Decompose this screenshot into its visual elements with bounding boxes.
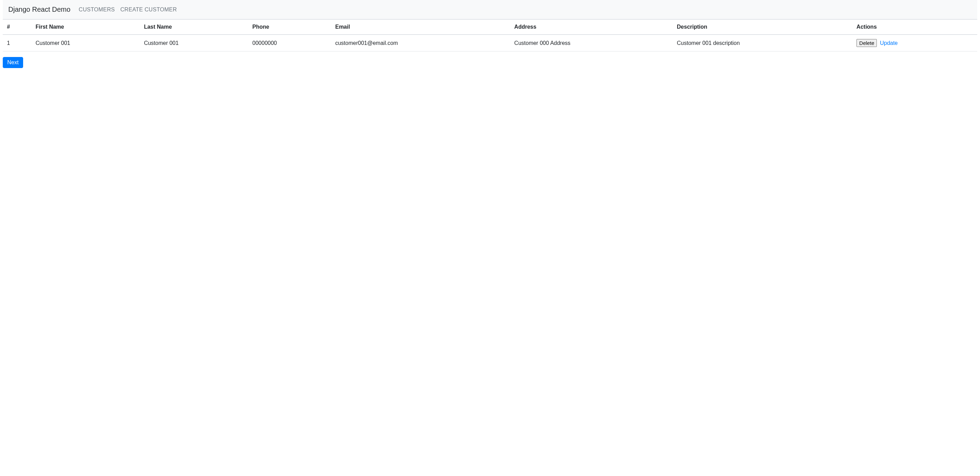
cell-description: Customer 001 description (673, 35, 853, 51)
table-row: 1 Customer 001 Customer 001 00000000 cus… (3, 35, 977, 51)
navbar: Django React Demo CUSTOMERS CREATE CUSTO… (3, 0, 977, 19)
header-num: # (3, 20, 32, 35)
customers-table-container: # First Name Last Name Phone Email Addre… (3, 19, 977, 51)
header-last-name: Last Name (140, 20, 248, 35)
cell-num: 1 (3, 35, 32, 51)
header-address: Address (510, 20, 673, 35)
delete-button[interactable]: Delete (856, 39, 877, 47)
cell-actions: Delete Update (852, 35, 977, 51)
nav-link-customers[interactable]: CUSTOMERS (76, 4, 118, 16)
nav-link-create-customer[interactable]: CREATE CUSTOMER (118, 4, 180, 16)
header-email: Email (331, 20, 510, 35)
next-button[interactable]: Next (3, 57, 23, 68)
cell-address: Customer 000 Address (510, 35, 673, 51)
cell-phone: 00000000 (248, 35, 331, 51)
table-header-row: # First Name Last Name Phone Email Addre… (3, 20, 977, 35)
customers-table: # First Name Last Name Phone Email Addre… (3, 19, 977, 51)
header-first-name: First Name (32, 20, 140, 35)
update-link[interactable]: Update (880, 40, 898, 46)
header-actions: Actions (852, 20, 977, 35)
cell-first-name: Customer 001 (32, 35, 140, 51)
cell-last-name: Customer 001 (140, 35, 248, 51)
header-phone: Phone (248, 20, 331, 35)
navbar-brand[interactable]: Django React Demo (8, 3, 70, 16)
cell-email: customer001@email.com (331, 35, 510, 51)
header-description: Description (673, 20, 853, 35)
